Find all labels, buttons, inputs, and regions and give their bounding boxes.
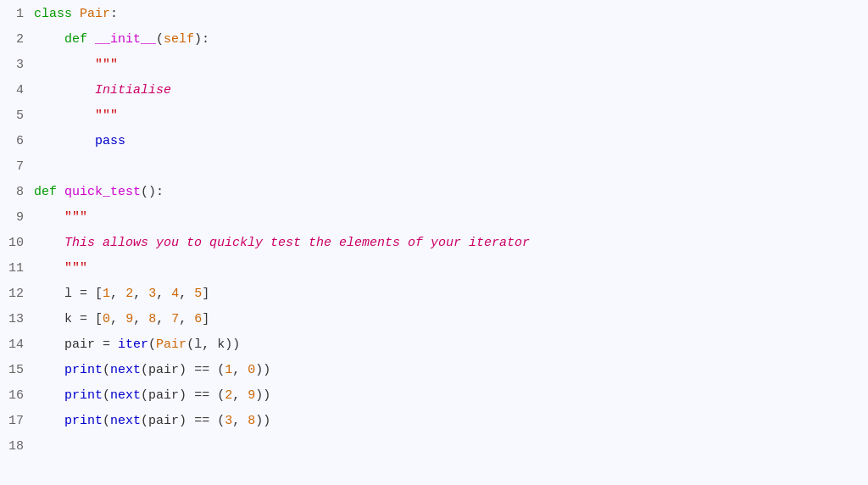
code-line-18: 18 <box>0 436 868 461</box>
line-content-3: """ <box>34 55 868 75</box>
line-content-10: This allows you to quickly test the elem… <box>34 233 868 254</box>
code-line-17: 17 print(next(pair) == (3, 8)) <box>0 410 868 436</box>
line-number-16: 16 <box>0 386 34 406</box>
line-number-6: 6 <box>0 131 34 152</box>
code-line-1: 1 class Pair: <box>0 3 868 29</box>
code-line-8: 8 def quick_test(): <box>0 181 868 207</box>
line-number-15: 15 <box>0 360 34 381</box>
line-content-2: def __init__(self): <box>34 30 868 50</box>
line-number-10: 10 <box>0 233 34 254</box>
line-number-12: 12 <box>0 284 34 304</box>
code-line-9: 9 """ <box>0 207 868 232</box>
line-number-7: 7 <box>0 157 34 177</box>
line-content-7 <box>34 157 868 177</box>
code-line-10: 10 This allows you to quickly test the e… <box>0 232 868 258</box>
line-content-6: pass <box>34 131 868 152</box>
line-content-5: """ <box>34 106 868 126</box>
line-content-1: class Pair: <box>34 4 868 25</box>
line-number-13: 13 <box>0 309 34 330</box>
code-line-14: 14 pair = iter(Pair(l, k)) <box>0 334 868 360</box>
line-number-8: 8 <box>0 182 34 203</box>
line-number-18: 18 <box>0 437 34 457</box>
line-number-4: 4 <box>0 81 34 101</box>
line-content-11: """ <box>34 259 868 279</box>
code-line-12: 12 l = [1, 2, 3, 4, 5] <box>0 283 868 309</box>
code-line-6: 6 pass <box>0 131 868 156</box>
line-number-3: 3 <box>0 55 34 75</box>
line-number-9: 9 <box>0 208 34 228</box>
line-number-1: 1 <box>0 4 34 25</box>
line-content-14: pair = iter(Pair(l, k)) <box>34 335 868 355</box>
line-number-14: 14 <box>0 335 34 355</box>
code-line-11: 11 """ <box>0 258 868 283</box>
line-number-17: 17 <box>0 411 34 432</box>
line-content-17: print(next(pair) == (3, 8)) <box>34 411 868 432</box>
code-line-16: 16 print(next(pair) == (2, 9)) <box>0 385 868 410</box>
line-number-5: 5 <box>0 106 34 126</box>
code-line-4: 4 Initialise <box>0 80 868 105</box>
line-number-11: 11 <box>0 259 34 279</box>
line-content-9: """ <box>34 208 868 228</box>
code-line-7: 7 <box>0 156 868 181</box>
code-line-2: 2 def __init__(self): <box>0 29 868 54</box>
line-content-4: Initialise <box>34 81 868 101</box>
line-content-8: def quick_test(): <box>34 182 868 203</box>
line-content-18 <box>34 437 868 457</box>
line-content-12: l = [1, 2, 3, 4, 5] <box>34 284 868 304</box>
code-line-5: 5 """ <box>0 105 868 131</box>
line-number-2: 2 <box>0 30 34 50</box>
code-editor[interactable]: 1 class Pair: 2 def __init__(self): 3 ""… <box>0 0 868 485</box>
line-content-15: print(next(pair) == (1, 0)) <box>34 360 868 381</box>
code-line-3: 3 """ <box>0 54 868 80</box>
line-content-13: k = [0, 9, 8, 7, 6] <box>34 309 868 330</box>
code-line-15: 15 print(next(pair) == (1, 0)) <box>0 360 868 385</box>
code-line-13: 13 k = [0, 9, 8, 7, 6] <box>0 309 868 334</box>
line-content-16: print(next(pair) == (2, 9)) <box>34 386 868 406</box>
